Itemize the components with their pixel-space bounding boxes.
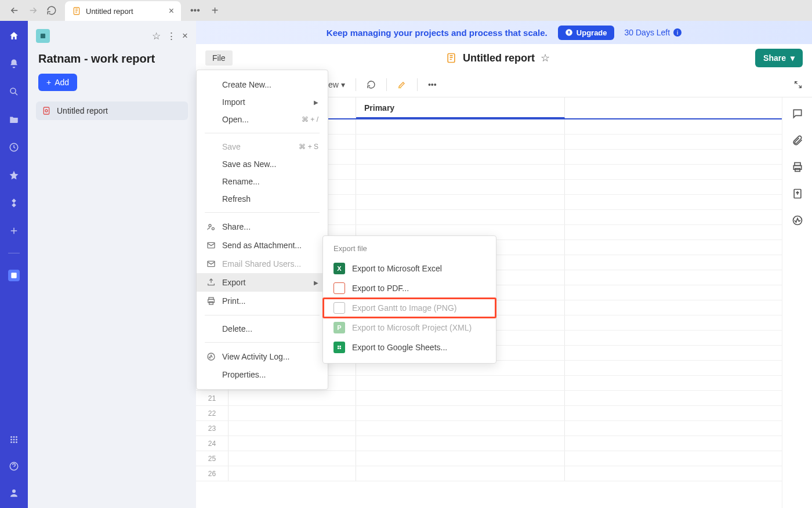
nav-home-icon[interactable] — [8, 30, 20, 42]
grid-cell[interactable] — [356, 135, 565, 149]
grid-cell[interactable] — [229, 436, 356, 451]
info-icon[interactable]: i — [673, 28, 682, 37]
menu-activity-log[interactable]: View Activity Log... — [197, 347, 328, 366]
export-gantt-png[interactable]: Export Gantt to Image (PNG) — [323, 298, 496, 318]
doc-title-group: Untitled report ☆ — [240, 52, 755, 64]
grid-cell[interactable] — [356, 376, 565, 390]
export-msproject-label: Export to Microsoft Project (XML) — [352, 323, 472, 332]
menu-properties[interactable]: Properties... — [197, 366, 328, 383]
grid-cell[interactable] — [356, 421, 565, 436]
menu-import[interactable]: Import▶ — [197, 93, 328, 111]
grid-cell[interactable] — [356, 466, 565, 481]
grid-col-header-primary[interactable]: Primary — [356, 97, 565, 118]
grid-cell[interactable] — [356, 436, 565, 451]
table-row[interactable]: 23 — [196, 421, 782, 436]
nav-clock-icon[interactable] — [8, 141, 20, 153]
add-tab-icon[interactable]: + — [212, 4, 219, 17]
days-left-label: 30 Days Left — [625, 28, 670, 37]
menu-create-new[interactable]: Create New... — [197, 76, 328, 93]
svg-point-17 — [45, 110, 48, 112]
sidebar-item-report[interactable]: Untitled report — [36, 101, 188, 120]
tab-overflow-icon[interactable]: ••• — [190, 5, 200, 16]
rail-print-icon[interactable] — [792, 161, 803, 173]
left-panel-star-icon[interactable]: ☆ — [152, 30, 161, 42]
rail-attachment-icon[interactable] — [792, 135, 803, 146]
grid-cell[interactable] — [229, 421, 356, 436]
table-row[interactable]: 25 — [196, 451, 782, 466]
grid-cell[interactable] — [229, 406, 356, 420]
upgrade-button[interactable]: Upgrade — [558, 26, 614, 40]
rail-publish-icon[interactable] — [792, 188, 803, 199]
grid-cell[interactable] — [356, 406, 565, 420]
grid-cell[interactable] — [229, 391, 356, 405]
nav-help-icon[interactable] — [8, 460, 20, 472]
menu-save-as-new[interactable]: Save as New... — [197, 155, 328, 173]
toolbar-view-dropdown[interactable]: ew ▾ — [328, 80, 345, 89]
grid-cell[interactable] — [356, 451, 565, 466]
excel-icon: X — [334, 263, 345, 274]
menu-refresh[interactable]: Refresh — [197, 190, 328, 208]
share-label: Share — [763, 53, 786, 63]
toolbar-highlight-icon[interactable] — [397, 80, 407, 89]
grid-cell[interactable] — [356, 210, 565, 224]
nav-folder-icon[interactable] — [8, 114, 20, 125]
table-row[interactable]: 24 — [196, 436, 782, 451]
rail-activity-icon[interactable] — [792, 215, 803, 226]
toolbar-more-icon[interactable]: ••• — [428, 80, 437, 89]
workspace-avatar-icon[interactable] — [36, 29, 50, 43]
share-button[interactable]: Share ▾ — [755, 49, 803, 67]
menu-send-attachment[interactable]: Send as Attachment... — [197, 236, 328, 255]
grid-cell[interactable] — [356, 391, 565, 405]
grid-cell[interactable] — [356, 150, 565, 164]
back-arrow-icon[interactable] — [9, 5, 20, 16]
menu-open[interactable]: Open...⌘ + / — [197, 111, 328, 128]
menu-export[interactable]: Export ▶ — [197, 273, 328, 292]
menu-print[interactable]: Print... — [197, 292, 328, 310]
browser-tab[interactable]: Untitled report × — [65, 1, 181, 21]
left-panel-close-icon[interactable]: × — [182, 30, 188, 42]
menu-delete[interactable]: Delete... — [197, 320, 328, 338]
nav-bell-icon[interactable] — [8, 58, 20, 70]
nav-diamond-icon[interactable] — [8, 197, 20, 209]
nav-search-icon[interactable] — [8, 86, 20, 97]
rail-chat-icon[interactable] — [792, 108, 803, 119]
table-row[interactable]: 21 — [196, 391, 782, 406]
mail-icon — [206, 240, 216, 251]
close-tab-icon[interactable]: × — [169, 6, 174, 16]
grid-cell[interactable] — [356, 195, 565, 209]
document-icon — [72, 6, 81, 16]
refresh-icon[interactable] — [46, 5, 57, 16]
grid-cell[interactable] — [356, 119, 565, 134]
forward-arrow-icon[interactable] — [28, 5, 38, 16]
menu-rename[interactable]: Rename... — [197, 173, 328, 190]
expand-icon[interactable] — [793, 80, 803, 89]
toolbar-refresh-icon[interactable] — [367, 80, 376, 89]
nav-workspace-icon[interactable] — [8, 270, 20, 281]
add-button[interactable]: + Add — [38, 74, 77, 91]
svg-point-11 — [13, 441, 15, 443]
menu-share[interactable]: Share... — [197, 217, 328, 236]
left-panel-more-icon[interactable]: ⋮ — [166, 30, 176, 42]
grid-cell[interactable] — [356, 180, 565, 194]
nav-apps-icon[interactable] — [8, 434, 20, 445]
rownum: 23 — [196, 421, 229, 436]
rownum: 25 — [196, 451, 229, 466]
nav-plus-icon[interactable] — [8, 225, 20, 237]
nav-user-icon[interactable] — [8, 487, 20, 499]
table-row[interactable]: 22 — [196, 406, 782, 421]
gsheets-icon — [334, 342, 345, 353]
export-pdf[interactable]: Export to PDF... — [323, 278, 496, 298]
grid-cell[interactable] — [229, 466, 356, 481]
file-menu-button[interactable]: File — [205, 50, 233, 66]
nav-divider — [8, 253, 20, 253]
table-row[interactable]: 26 — [196, 466, 782, 481]
doc-title[interactable]: Untitled report — [463, 52, 535, 64]
grid-cell[interactable] — [229, 451, 356, 466]
nav-star-icon[interactable] — [8, 169, 20, 181]
toolbar-divider — [356, 78, 356, 91]
grid-cell[interactable] — [356, 165, 565, 179]
export-msproject[interactable]: P Export to Microsoft Project (XML) — [323, 318, 496, 338]
export-excel[interactable]: X Export to Microsoft Excel — [323, 259, 496, 278]
doc-star-icon[interactable]: ☆ — [541, 52, 550, 64]
export-gsheets[interactable]: Export to Google Sheets... — [323, 338, 496, 357]
